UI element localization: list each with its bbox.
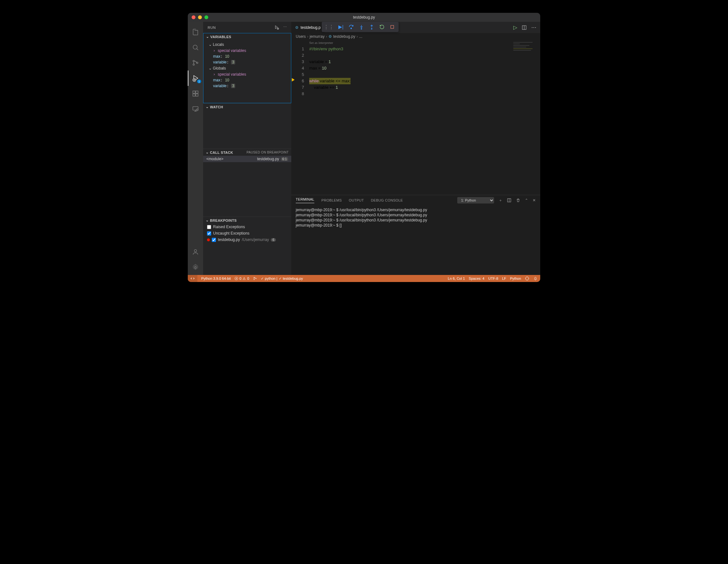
problems-tab[interactable]: PROBLEMS (321, 198, 342, 202)
callstack-section: ⌄Call StackPAUSED ON BREAKPOINT <module>… (203, 149, 291, 217)
restart-button[interactable] (377, 22, 386, 31)
debug-console-tab[interactable]: DEBUG CONSOLE (371, 198, 403, 202)
raised-exceptions-checkbox[interactable]: Raised Exceptions (203, 224, 291, 230)
terminal-tab[interactable]: TERMINAL (296, 197, 314, 203)
execution-pointer-icon (291, 78, 295, 82)
svg-point-1 (193, 60, 194, 62)
language-mode[interactable]: Python (510, 277, 521, 280)
svg-rect-6 (193, 94, 195, 96)
breadcrumb[interactable]: Users› jemurray› ⚙testdebug.py› ... (291, 33, 540, 40)
indentation[interactable]: Spaces: 4 (469, 277, 484, 280)
sidebar-header: RUN ⋯ (203, 22, 291, 33)
activity-bar: 1 (188, 22, 203, 275)
line-gutter: 12345678 (291, 40, 307, 195)
test-status[interactable]: ✓ python | ✓ testdebug.py (261, 277, 303, 281)
minimap[interactable] (511, 40, 540, 195)
debug-config-icon[interactable] (274, 25, 279, 30)
more-icon[interactable]: ⋯ (283, 25, 287, 30)
svg-rect-7 (196, 94, 198, 96)
svg-rect-17 (391, 25, 393, 28)
stack-frame[interactable]: <module> testdebug.py 6:1 (203, 156, 291, 162)
svg-point-10 (196, 109, 198, 111)
account-icon[interactable] (188, 244, 203, 260)
svg-point-15 (361, 29, 362, 29)
remote-explorer-icon[interactable] (188, 101, 203, 117)
python-interpreter[interactable]: Python 3.9.0 64-bit (201, 277, 231, 280)
source-control-icon[interactable] (188, 55, 203, 71)
breakpoints-header[interactable]: ⌄Breakpoints (203, 217, 291, 224)
variables-header[interactable]: ⌄Variables (203, 33, 291, 40)
variable-row[interactable]: max: 10 (203, 54, 291, 59)
codelens-hint[interactable]: Set as interpreter (309, 41, 333, 45)
special-variables[interactable]: › special variables (203, 71, 291, 77)
variable-row[interactable]: variable: 3 (203, 83, 291, 89)
step-into-button[interactable] (357, 22, 366, 31)
run-debug-icon[interactable]: 1 (188, 71, 203, 86)
terminal-selector[interactable]: 1: Python (457, 197, 494, 203)
output-tab[interactable]: OUTPUT (349, 198, 364, 202)
stop-button[interactable] (388, 22, 397, 31)
svg-rect-5 (193, 91, 195, 93)
step-out-button[interactable] (367, 22, 376, 31)
split-editor-icon[interactable] (522, 25, 527, 30)
locals-scope[interactable]: ⌄ Locals (203, 41, 291, 48)
close-panel-icon[interactable]: ✕ (533, 198, 536, 203)
explorer-icon[interactable] (188, 24, 203, 40)
new-terminal-icon[interactable]: ＋ (499, 198, 502, 203)
svg-point-2 (193, 64, 194, 65)
debug-badge: 1 (197, 79, 201, 83)
tab-label: testdebug.p (301, 25, 321, 30)
search-icon[interactable] (188, 40, 203, 55)
status-bar: Python 3.9.0 64-bit ⓧ 0 ⚠ 0 ✓ python | ✓… (188, 275, 540, 282)
variable-row[interactable]: variable: 3 (203, 59, 291, 65)
extensions-icon[interactable] (188, 86, 203, 101)
sidebar: RUN ⋯ ⌄Variables ⌄ Locals › special vari… (203, 22, 291, 275)
variables-section: ⌄Variables ⌄ Locals › special variables … (203, 33, 291, 103)
svg-point-12 (194, 266, 196, 268)
code-editor[interactable]: Set as interpreter 12345678 #!/bin/env p… (291, 40, 540, 195)
uncaught-exceptions-checkbox[interactable]: Uncaught Exceptions (203, 230, 291, 236)
more-icon[interactable]: ⋯ (531, 24, 536, 30)
step-over-button[interactable] (347, 22, 356, 31)
kill-terminal-icon[interactable] (516, 198, 520, 203)
eol[interactable]: LF (502, 277, 506, 280)
encoding[interactable]: UTF-8 (488, 277, 498, 280)
panel-tabs: TERMINAL PROBLEMS OUTPUT DEBUG CONSOLE 1… (291, 195, 540, 205)
notifications-icon[interactable] (533, 276, 538, 281)
drag-handle-icon[interactable]: ⋮⋮ (324, 24, 334, 30)
remote-indicator[interactable] (188, 275, 197, 282)
svg-point-20 (254, 277, 254, 278)
python-file-icon: ⚙ (295, 25, 299, 30)
variable-row[interactable]: max: 10 (203, 77, 291, 83)
editor-group: ⚙ testdebug.p ⋮⋮ ▶| ▷ ⋯ (291, 22, 540, 275)
run-icon[interactable]: ▷ (513, 24, 517, 30)
svg-rect-8 (196, 91, 198, 93)
breakpoints-section: ⌄Breakpoints Raised Exceptions Uncaught … (203, 217, 291, 243)
sidebar-title: RUN (208, 26, 216, 29)
split-terminal-icon[interactable] (507, 198, 511, 203)
titlebar: testdebug.py (188, 13, 540, 22)
maximize-panel-icon[interactable]: ⌃ (525, 198, 528, 203)
editor-tab[interactable]: ⚙ testdebug.p (291, 22, 325, 33)
cursor-position[interactable]: Ln 6, Col 1 (448, 277, 465, 280)
settings-gear-icon[interactable] (188, 260, 203, 275)
terminal-output[interactable]: jemurray@mbp-2019:~ $ /usr/local/bin/pyt… (291, 205, 540, 275)
vscode-window: testdebug.py 1 RUN ⋯ ⌄Variables (188, 13, 540, 282)
source-control-status[interactable] (253, 277, 257, 280)
svg-point-11 (194, 250, 196, 252)
file-breakpoint[interactable]: testdebug.py/Users/jemurray6 (203, 236, 291, 243)
callstack-header[interactable]: ⌄Call StackPAUSED ON BREAKPOINT (203, 149, 291, 156)
breakpoint-icon (207, 238, 210, 241)
svg-point-16 (371, 29, 372, 29)
continue-button[interactable]: ▶| (336, 22, 345, 31)
debug-toolbar: ⋮⋮ ▶| (322, 22, 399, 32)
svg-point-21 (254, 279, 254, 280)
watch-header[interactable]: ⌄Watch (203, 104, 291, 110)
globals-scope[interactable]: ⌄ Globals (203, 65, 291, 71)
feedback-icon[interactable] (525, 276, 529, 281)
errors-warnings[interactable]: ⓧ 0 ⚠ 0 (235, 276, 249, 281)
svg-point-14 (351, 28, 352, 29)
bottom-panel: TERMINAL PROBLEMS OUTPUT DEBUG CONSOLE 1… (291, 195, 540, 275)
special-variables[interactable]: › special variables (203, 48, 291, 54)
svg-point-0 (193, 45, 197, 49)
